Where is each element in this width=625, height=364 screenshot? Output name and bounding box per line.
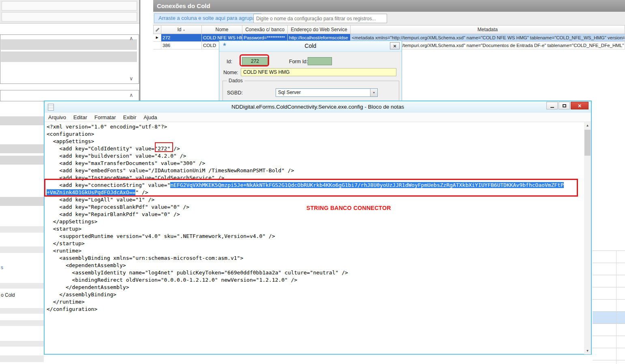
maximize-button[interactable] — [559, 102, 570, 109]
table-row[interactable] — [593, 275, 625, 287]
code-line: <bindingRedirect oldVersion="0.0.0.0-1.2… — [47, 276, 584, 284]
code-line: </configuration> — [47, 306, 584, 313]
right-table-fragment — [593, 251, 625, 364]
table-row-highlighted[interactable] — [593, 312, 625, 324]
group-by-drop-area[interactable]: Arraste a coluna e solte aqui para agrup… — [154, 13, 261, 23]
left-strip-bar — [0, 320, 44, 326]
nome-label: Nome: — [223, 70, 238, 75]
code-line: </appSettings> — [47, 218, 584, 225]
code-text: </runtime> — [47, 299, 85, 305]
left-top-panel — [0, 0, 139, 24]
menu-editar[interactable]: Editar — [70, 114, 91, 120]
column-header-metadata[interactable]: Metadata — [351, 25, 625, 34]
chevron-down-icon[interactable]: ∨ — [129, 76, 133, 81]
cold-dialog-titlebar[interactable]: * Cold × — [219, 41, 402, 52]
row-selector-cell[interactable] — [153, 42, 161, 49]
row-selector-cell[interactable]: ▶ — [153, 34, 161, 42]
menu-arquivo[interactable]: Arquivo — [45, 114, 70, 120]
column-header-id[interactable]: Id ▲ — [161, 25, 202, 34]
code-line: <startup> — [47, 225, 584, 233]
code-text: <add key="ReprocessBlankPdf" value="0" /… — [47, 204, 189, 210]
filter-input[interactable] — [253, 14, 387, 23]
dialog-close-button[interactable]: × — [390, 42, 400, 49]
code-text: <runtime> — [47, 248, 81, 254]
dados-label: Dados — [227, 78, 244, 84]
cell-id[interactable]: 386 — [161, 42, 202, 49]
dados-groupbox: Dados SGBD: Sql Server ▼ — [223, 81, 399, 101]
notepad-menubar: Arquivo Editar Formatar Exibir Ajuda — [45, 113, 591, 122]
notepad-text[interactable]: <?xml version="1.0" encoding="utf-8"?><c… — [45, 122, 584, 354]
scroll-up-icon[interactable]: ▲ — [584, 122, 591, 129]
annotation-coldidentity-box — [155, 142, 173, 152]
menu-ajuda[interactable]: Ajuda — [140, 114, 161, 120]
code-text: <add key="buildversion" value="4.2.0" /> — [47, 153, 186, 159]
left-panel-row — [2, 12, 137, 21]
table-row[interactable] — [593, 251, 625, 263]
menu-formatar[interactable]: Formatar — [91, 114, 120, 120]
column-header-nome[interactable]: Nome — [202, 25, 242, 34]
annotation-dialog-id-box — [240, 54, 269, 66]
code-line: <dependentAssembly> — [47, 262, 584, 269]
left-list-panel: ∧ ∨ — [0, 34, 139, 84]
form-id-field[interactable] — [308, 57, 332, 65]
left-strip-bar — [0, 116, 44, 125]
column-header-label: Conexão c/ banco — [245, 27, 285, 32]
minimize-icon — [550, 107, 554, 108]
table-row[interactable] — [593, 348, 625, 360]
notepad-titlebar[interactable]: NDDigital.eForms.ColdConnectivity.Servic… — [45, 101, 591, 113]
sgbd-selected-value: Sql Server — [278, 90, 301, 95]
form-id-label: Form Id: — [289, 59, 308, 64]
code-text: <bindingRedirect oldVersion="0.0.0.0-1.2… — [47, 277, 297, 283]
left-strip-bar — [0, 156, 44, 165]
chevron-up-icon[interactable]: ∧ — [129, 93, 133, 98]
chevron-up-icon[interactable]: ∧ — [129, 36, 133, 41]
notepad-window: NDDigital.eForms.ColdConnectivity.Servic… — [44, 101, 592, 355]
minimize-button[interactable] — [546, 102, 558, 109]
left-collapsed-panel: ∧ — [0, 90, 139, 101]
left-strip-bar — [0, 144, 44, 153]
code-line: <add key="maxTransferDocuments" value="3… — [47, 160, 584, 167]
close-button[interactable]: × — [571, 102, 589, 109]
code-line: <?xml version="1.0" encoding="utf-8"?> — [47, 123, 584, 131]
sgbd-dropdown[interactable]: Sql Server ▼ — [276, 88, 378, 97]
code-text: <add key="maxTransferDocuments" value="3… — [47, 160, 205, 166]
table-row[interactable] — [593, 263, 625, 275]
left-text-fragment: o Cold — [1, 292, 15, 298]
scroll-down-icon[interactable]: ▼ — [584, 347, 591, 354]
code-text: <assemblyIdentity name="log4net" publicK… — [47, 270, 348, 276]
desktop: ∧ ∨ ∧ s o Cold Conexões do Cold Arraste … — [0, 0, 625, 364]
left-text-fragment: s — [1, 265, 3, 270]
chevron-down-icon: ▼ — [370, 89, 377, 96]
scrollbar-thumb[interactable] — [584, 130, 591, 156]
notepad-title: NDDigital.eForms.ColdConnectivity.Servic… — [45, 101, 591, 112]
table-row[interactable] — [593, 287, 625, 300]
column-header-conexao[interactable]: Conexão c/ banco — [242, 25, 288, 34]
table-row[interactable] — [593, 300, 625, 312]
code-line: <add key="buildversion" value="4.2.0" /> — [47, 152, 584, 160]
code-line: <add key="LogAll" value="1" /> — [47, 196, 584, 203]
menu-exibir[interactable]: Exibir — [120, 114, 140, 120]
edit-column-header[interactable] — [153, 25, 161, 34]
code-text: <add key="embedFonts" value="/IDAutomati… — [47, 167, 294, 173]
left-strip-bar — [0, 308, 44, 314]
nome-field[interactable]: COLD NFE WS HMG — [241, 68, 396, 76]
table-row[interactable] — [593, 336, 625, 348]
code-line: <add key="RepairBlankPdf" value="0" /> — [47, 211, 584, 218]
table-row[interactable] — [593, 324, 625, 336]
vertical-scrollbar[interactable]: ▲ ▼ — [584, 122, 591, 354]
code-text: <add key="LogAll" value="1" /> — [47, 197, 154, 203]
code-line: <add key="embedFonts" value="/IDAutomati… — [47, 167, 584, 174]
code-line: </runtime> — [47, 298, 584, 306]
code-line: <supportedRuntime version="v4.0" sku=".N… — [47, 233, 584, 240]
column-header-label: Nome — [215, 27, 228, 32]
code-text: </appSettings> — [47, 218, 97, 225]
cold-dialog-icon: * — [223, 42, 226, 49]
code-line: </dependentAssembly> — [47, 284, 584, 291]
column-header-endereco[interactable]: Endereço do Web Service — [288, 25, 351, 34]
cell-id[interactable]: 272 — [161, 34, 202, 42]
cold-dialog-title: Cold — [219, 41, 402, 51]
sgbd-label: SGBD: — [227, 90, 243, 96]
code-text: </dependentAssembly> — [47, 284, 129, 290]
sort-asc-icon: ▲ — [183, 28, 186, 31]
grid-toolbar: Arraste a coluna e solte aqui para agrup… — [153, 12, 625, 25]
